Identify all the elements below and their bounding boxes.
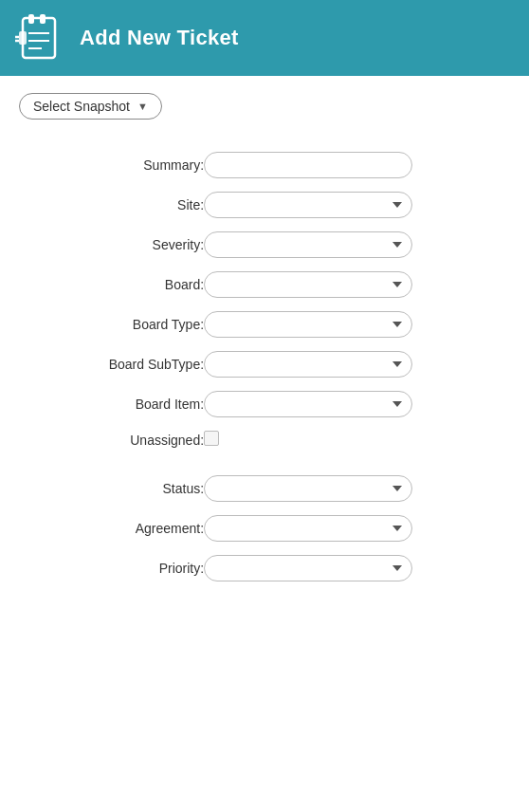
summary-row: Summary: <box>19 148 510 182</box>
board-subtype-row: Board SubType: <box>19 347 510 381</box>
snapshot-row: Select Snapshot ▼ <box>19 93 510 120</box>
snapshot-arrow-icon: ▼ <box>137 101 148 112</box>
agreement-select[interactable] <box>204 515 412 542</box>
board-label: Board: <box>19 268 204 302</box>
content-area: Select Snapshot ▼ Summary: Site: <box>0 76 529 619</box>
agreement-row: Agreement: <box>19 511 510 545</box>
board-type-row: Board Type: <box>19 307 510 341</box>
board-row: Board: <box>19 268 510 302</box>
board-select[interactable] <box>204 271 412 298</box>
board-item-label: Board Item: <box>19 387 204 421</box>
site-label: Site: <box>19 188 204 222</box>
board-subtype-label: Board SubType: <box>19 347 204 381</box>
status-field-cell <box>204 471 510 506</box>
unassigned-field-cell <box>204 427 510 452</box>
page-container: Add New Ticket Select Snapshot ▼ Summary… <box>0 0 529 812</box>
agreement-label: Agreement: <box>19 511 204 545</box>
page-header: Add New Ticket <box>0 0 529 76</box>
spacer-row <box>19 458 510 466</box>
priority-field-cell <box>204 551 510 585</box>
board-item-row: Board Item: <box>19 387 510 421</box>
unassigned-label: Unassigned: <box>19 427 204 452</box>
severity-label: Severity: <box>19 228 204 262</box>
summary-label: Summary: <box>19 148 204 182</box>
board-field-cell <box>204 268 510 302</box>
priority-label: Priority: <box>19 551 204 585</box>
svg-rect-0 <box>23 18 55 58</box>
site-row: Site: <box>19 188 510 222</box>
severity-select[interactable] <box>204 231 412 258</box>
board-item-select[interactable] <box>204 391 412 417</box>
unassigned-checkbox[interactable] <box>204 431 219 446</box>
board-type-select[interactable] <box>204 311 412 338</box>
priority-select[interactable] <box>204 555 412 581</box>
board-subtype-field-cell <box>204 347 510 381</box>
page-title: Add New Ticket <box>80 26 239 50</box>
svg-rect-2 <box>40 14 46 24</box>
unassigned-row: Unassigned: <box>19 427 510 452</box>
agreement-field-cell <box>204 511 510 545</box>
svg-rect-6 <box>19 31 27 45</box>
board-type-label: Board Type: <box>19 307 204 341</box>
ticket-form: Summary: Site: Severity: <box>19 142 510 591</box>
header-icon <box>15 12 66 64</box>
severity-field-cell <box>204 228 510 262</box>
summary-input[interactable] <box>204 152 412 178</box>
board-subtype-select[interactable] <box>204 351 412 378</box>
board-item-field-cell <box>204 387 510 421</box>
site-field-cell <box>204 188 510 222</box>
severity-row: Severity: <box>19 228 510 262</box>
priority-row: Priority: <box>19 551 510 585</box>
summary-field-cell <box>204 148 510 182</box>
snapshot-label: Select Snapshot <box>33 99 130 114</box>
select-snapshot-button[interactable]: Select Snapshot ▼ <box>19 93 162 120</box>
site-select[interactable] <box>204 192 412 218</box>
status-label: Status: <box>19 471 204 506</box>
status-row: Status: <box>19 471 510 506</box>
svg-rect-1 <box>28 14 34 24</box>
board-type-field-cell <box>204 307 510 341</box>
status-select[interactable] <box>204 475 412 502</box>
